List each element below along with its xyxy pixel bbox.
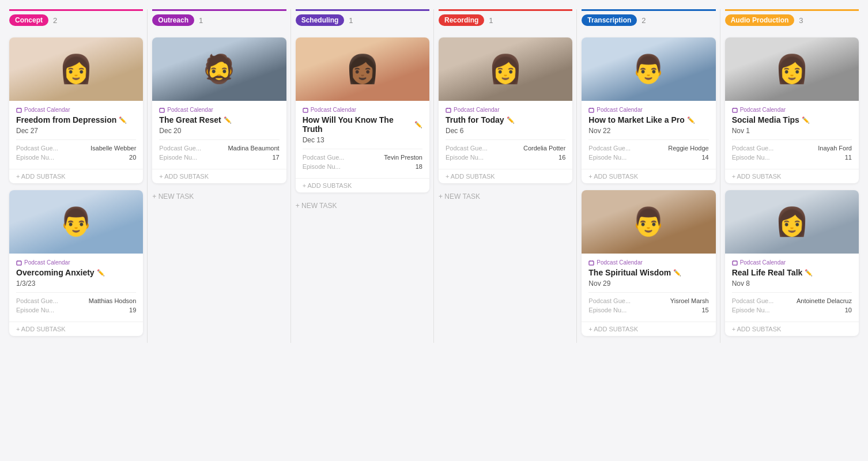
guest-label: Podcast Gue... bbox=[303, 154, 345, 161]
svg-rect-6 bbox=[160, 108, 164, 112]
card-date-card-8: Nov 1 bbox=[732, 127, 852, 135]
card-image-card-9: 👩 bbox=[725, 190, 859, 254]
card-card-3[interactable]: 🧔 Podcast CalendarThe Great Reset ✏️Dec … bbox=[152, 37, 286, 183]
card-fields-card-9: Podcast Gue...Antoinette DelacruzEpisode… bbox=[732, 292, 852, 313]
guest-label: Podcast Gue... bbox=[588, 145, 631, 152]
card-guest-field-card-2: Podcast Gue...Matthias Hodson bbox=[16, 297, 136, 304]
episode-label: Episode Nu... bbox=[303, 163, 343, 170]
episode-value-card-9: 10 bbox=[845, 307, 852, 313]
card-body-card-2: Podcast CalendarOvercoming Anxiety ✏️1/3… bbox=[9, 254, 143, 322]
guest-label: Podcast Gue... bbox=[16, 145, 58, 152]
card-date-card-5: Dec 6 bbox=[446, 127, 565, 135]
add-subtask-card-8[interactable]: + ADD SUBTASK bbox=[725, 169, 859, 183]
guest-label: Podcast Gue... bbox=[732, 145, 774, 152]
column-transcription: Transcription2👨 Podcast CalendarHow to M… bbox=[577, 9, 720, 343]
card-body-card-3: Podcast CalendarThe Great Reset ✏️Dec 20… bbox=[152, 101, 286, 169]
svg-rect-0 bbox=[17, 108, 21, 112]
card-title-card-7: The Spiritual Wisdom ✏️ bbox=[588, 268, 708, 277]
episode-value-card-3: 17 bbox=[272, 154, 279, 161]
episode-value-card-7: 15 bbox=[701, 307, 708, 313]
new-task-scheduling[interactable]: + NEW TASK bbox=[296, 199, 429, 212]
add-subtask-card-5[interactable]: + ADD SUBTASK bbox=[439, 169, 572, 183]
card-guest-field-card-1: Podcast Gue...Isabelle Webber bbox=[16, 145, 136, 152]
card-meta-card-6: Podcast Calendar bbox=[588, 107, 708, 113]
add-subtask-card-4[interactable]: + ADD SUBTASK bbox=[296, 178, 429, 192]
card-edit-icon-card-2[interactable]: ✏️ bbox=[97, 269, 105, 277]
card-guest-field-card-7: Podcast Gue...Yisroel Marsh bbox=[588, 297, 708, 304]
card-card-6[interactable]: 👨 Podcast CalendarHow to Market Like a P… bbox=[582, 37, 715, 183]
guest-value-card-4: Tevin Preston bbox=[384, 154, 422, 161]
card-body-card-5: Podcast CalendarTruth for Today ✏️Dec 6P… bbox=[439, 101, 572, 169]
column-count-concept: 2 bbox=[53, 16, 57, 25]
add-subtask-card-9[interactable]: + ADD SUBTASK bbox=[725, 322, 859, 336]
episode-label: Episode Nu... bbox=[732, 154, 772, 161]
add-subtask-card-7[interactable]: + ADD SUBTASK bbox=[582, 322, 715, 336]
card-card-5[interactable]: 👩 Podcast CalendarTruth for Today ✏️Dec … bbox=[439, 37, 572, 183]
card-fields-card-2: Podcast Gue...Matthias HodsonEpisode Nu.… bbox=[16, 292, 136, 313]
guest-value-card-6: Reggie Hodge bbox=[668, 145, 708, 152]
card-episode-field-card-1: Episode Nu...20 bbox=[16, 154, 136, 161]
column-header-outreach: Outreach1 bbox=[152, 9, 286, 31]
card-image-card-4: 👩🏾 bbox=[296, 37, 429, 101]
add-subtask-card-1[interactable]: + ADD SUBTASK bbox=[9, 169, 143, 183]
column-header-audio: Audio Production3 bbox=[725, 9, 859, 31]
guest-value-card-3: Madina Beaumont bbox=[228, 145, 279, 152]
card-edit-icon-card-4[interactable]: ✏️ bbox=[414, 121, 422, 129]
card-date-card-2: 1/3/23 bbox=[16, 279, 136, 288]
card-meta-card-5: Podcast Calendar bbox=[446, 107, 565, 113]
column-count-recording: 1 bbox=[489, 16, 493, 25]
svg-rect-15 bbox=[589, 108, 594, 112]
card-card-2[interactable]: 👨 Podcast CalendarOvercoming Anxiety ✏️1… bbox=[9, 190, 143, 336]
card-date-card-1: Dec 27 bbox=[16, 127, 136, 135]
episode-label: Episode Nu... bbox=[446, 154, 486, 161]
card-body-card-6: Podcast CalendarHow to Market Like a Pro… bbox=[582, 101, 715, 169]
column-count-audio: 3 bbox=[799, 16, 803, 25]
card-card-9[interactable]: 👩 Podcast CalendarReal Life Real Talk ✏️… bbox=[725, 190, 859, 336]
card-title-card-5: Truth for Today ✏️ bbox=[446, 115, 565, 124]
card-title-card-6: How to Market Like a Pro ✏️ bbox=[588, 115, 708, 124]
card-body-card-1: Podcast CalendarFreedom from Depression … bbox=[9, 101, 143, 169]
card-card-4[interactable]: 👩🏾 Podcast CalendarHow Will You Know The… bbox=[296, 37, 429, 192]
column-recording: Recording1👩 Podcast CalendarTruth for To… bbox=[434, 9, 577, 343]
new-task-recording[interactable]: + NEW TASK bbox=[439, 190, 572, 203]
card-episode-field-card-5: Episode Nu...16 bbox=[446, 154, 565, 161]
add-subtask-card-6[interactable]: + ADD SUBTASK bbox=[582, 169, 715, 183]
svg-rect-18 bbox=[589, 261, 594, 265]
card-edit-icon-card-7[interactable]: ✏️ bbox=[673, 269, 681, 277]
card-meta-card-7: Podcast Calendar bbox=[588, 259, 708, 266]
card-card-8[interactable]: 👩 Podcast CalendarSocial Media Tips ✏️No… bbox=[725, 37, 859, 183]
card-edit-icon-card-1[interactable]: ✏️ bbox=[119, 116, 127, 124]
column-count-outreach: 1 bbox=[199, 16, 203, 25]
card-title-card-3: The Great Reset ✏️ bbox=[159, 115, 279, 124]
card-edit-icon-card-3[interactable]: ✏️ bbox=[224, 116, 232, 124]
card-meta-card-8: Podcast Calendar bbox=[732, 107, 852, 113]
episode-value-card-5: 16 bbox=[558, 154, 565, 161]
card-meta-card-3: Podcast Calendar bbox=[159, 107, 279, 113]
column-outreach: Outreach1🧔 Podcast CalendarThe Great Res… bbox=[148, 9, 290, 343]
card-fields-card-3: Podcast Gue...Madina BeaumontEpisode Nu.… bbox=[159, 139, 279, 161]
card-card-7[interactable]: 👨 Podcast CalendarThe Spiritual Wisdom ✏… bbox=[582, 190, 715, 336]
guest-label: Podcast Gue... bbox=[446, 145, 488, 152]
card-fields-card-1: Podcast Gue...Isabelle WebberEpisode Nu.… bbox=[16, 139, 136, 161]
column-tag-outreach: Outreach bbox=[152, 14, 194, 26]
card-edit-icon-card-5[interactable]: ✏️ bbox=[507, 116, 515, 124]
column-header-scheduling: Scheduling1 bbox=[296, 9, 429, 31]
card-episode-field-card-9: Episode Nu...10 bbox=[732, 307, 852, 313]
add-subtask-card-2[interactable]: + ADD SUBTASK bbox=[9, 322, 143, 336]
card-title-card-2: Overcoming Anxiety ✏️ bbox=[16, 268, 136, 277]
column-count-scheduling: 1 bbox=[349, 16, 353, 25]
card-edit-icon-card-8[interactable]: ✏️ bbox=[802, 116, 810, 124]
card-card-1[interactable]: 👩 Podcast CalendarFreedom from Depressio… bbox=[9, 37, 143, 183]
column-tag-recording: Recording bbox=[439, 14, 484, 26]
card-edit-icon-card-6[interactable]: ✏️ bbox=[687, 116, 695, 124]
card-image-card-3: 🧔 bbox=[152, 37, 286, 101]
card-image-card-5: 👩 bbox=[439, 37, 572, 101]
guest-label: Podcast Gue... bbox=[159, 145, 201, 152]
new-task-outreach[interactable]: + NEW TASK bbox=[152, 190, 286, 203]
card-title-card-9: Real Life Real Talk ✏️ bbox=[732, 268, 852, 277]
card-edit-icon-card-9[interactable]: ✏️ bbox=[805, 269, 813, 277]
add-subtask-card-3[interactable]: + ADD SUBTASK bbox=[152, 169, 286, 183]
card-meta-card-9: Podcast Calendar bbox=[732, 259, 852, 266]
episode-value-card-2: 19 bbox=[129, 307, 136, 313]
card-meta-card-1: Podcast Calendar bbox=[16, 107, 136, 113]
